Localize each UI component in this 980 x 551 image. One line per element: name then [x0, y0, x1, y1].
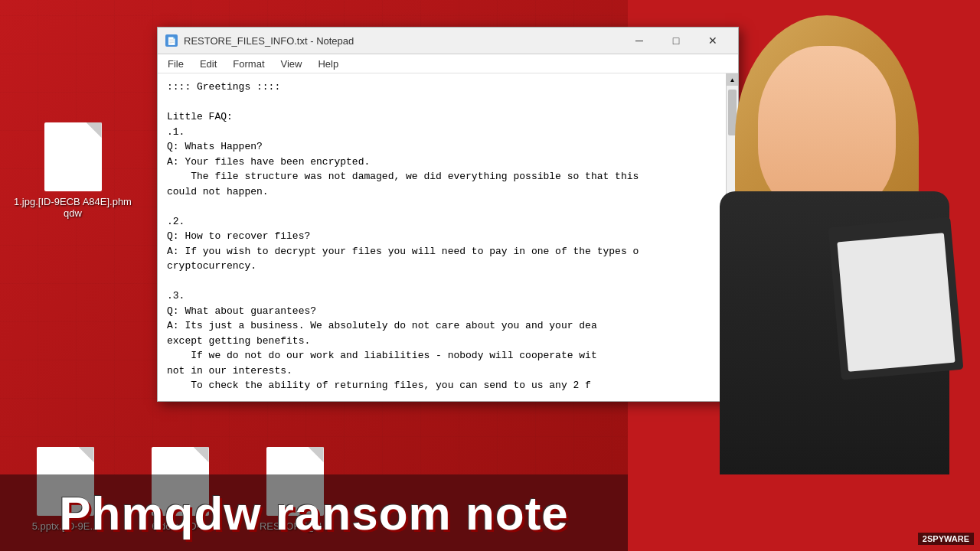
- menu-help[interactable]: Help: [312, 57, 345, 71]
- menu-view[interactable]: View: [275, 57, 309, 71]
- notepad-title: RESTORE_FILES_INFO.txt - Notepad: [184, 35, 616, 47]
- person-image: [605, 0, 980, 474]
- file-icon-label-1: 1.jpg.[ID-9ECB A84E].phmqdw: [11, 196, 134, 219]
- person-clipboard-paper: [837, 233, 955, 372]
- person-clipboard: [828, 217, 964, 380]
- notepad-app-icon: 📄: [165, 34, 178, 47]
- menu-format[interactable]: Format: [227, 57, 270, 71]
- menu-file[interactable]: File: [162, 57, 190, 71]
- menu-edit[interactable]: Edit: [194, 57, 223, 71]
- bottom-banner: Phmqdw ransom note: [0, 474, 628, 551]
- file-icon-1[interactable]: 1.jpg.[ID-9ECB A84E].phmqdw: [11, 122, 134, 219]
- banner-text: Phmqdw ransom note: [59, 486, 569, 540]
- watermark: 2SPYWARE: [918, 533, 974, 545]
- file-icon-img-1: [44, 122, 102, 191]
- person-face: [758, 46, 896, 214]
- desktop-icons-top: 1.jpg.[ID-9ECB A84E].phmqdw: [11, 122, 134, 219]
